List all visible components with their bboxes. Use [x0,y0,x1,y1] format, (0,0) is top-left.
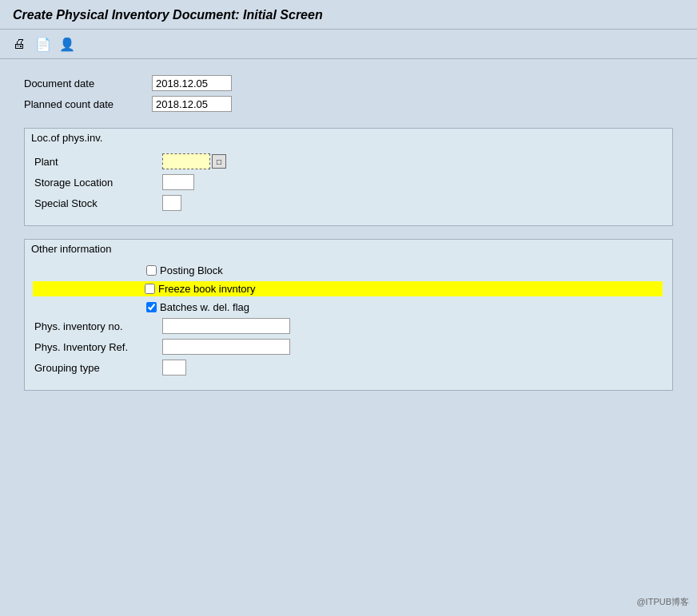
loc-section-title: Loc.of phys.inv. [25,129,672,147]
phys-inv-no-row: Phys. inventory no. [34,318,663,334]
freeze-book-checkbox[interactable] [145,284,155,294]
plant-lookup-button[interactable]: □ [212,154,226,169]
special-stock-row: Special Stock [34,195,663,211]
batches-del-row: Batches w. del. flag [34,301,663,313]
special-stock-label: Special Stock [34,197,162,209]
batches-del-label: Batches w. del. flag [160,301,249,313]
title-bar: Create Physical Inventory Document: Init… [0,0,697,30]
plant-input[interactable] [162,153,210,169]
loc-section-body: Plant □ Storage Location Special Stock [25,147,672,225]
storage-location-label: Storage Location [34,177,162,189]
printer-icon[interactable]: 🖨 [10,34,29,54]
phys-inv-ref-row: Phys. Inventory Ref. [34,339,663,355]
watermark: @ITPUB博客 [636,596,689,608]
toolbar: 🖨 📄 👤 [0,30,697,59]
other-section-title: Other information [25,240,672,258]
posting-block-row: Posting Block [34,264,663,276]
phys-inv-no-label: Phys. inventory no. [34,320,162,332]
storage-location-input[interactable] [162,174,194,190]
freeze-book-label: Freeze book invntory [158,283,255,295]
freeze-book-row: Freeze book invntory [33,281,663,296]
other-section: Other information Posting Block Freeze b… [24,239,673,391]
phys-inv-no-input[interactable] [162,318,290,334]
plant-row: Plant □ [34,153,663,169]
grouping-type-label: Grouping type [34,362,162,374]
grouping-type-row: Grouping type [34,360,663,376]
document-date-row: Document date [24,75,673,91]
document-date-input[interactable] [152,75,232,91]
planned-count-date-label: Planned count date [24,98,152,110]
page-title: Create Physical Inventory Document: Init… [13,8,684,22]
planned-count-date-input[interactable] [152,96,232,112]
loc-section: Loc.of phys.inv. Plant □ Storage Locatio… [24,128,673,226]
special-stock-input[interactable] [162,195,181,211]
plant-label: Plant [34,156,162,168]
phys-inv-ref-label: Phys. Inventory Ref. [34,341,162,353]
batches-del-checkbox[interactable] [146,302,157,312]
new-doc-icon[interactable]: 📄 [34,34,53,54]
phys-inv-ref-input[interactable] [162,339,290,355]
grouping-type-input[interactable] [162,360,186,376]
posting-block-label: Posting Block [160,264,223,276]
planned-count-date-row: Planned count date [24,96,673,112]
date-section: Document date Planned count date [24,75,673,112]
document-date-label: Document date [24,77,152,89]
storage-location-row: Storage Location [34,174,663,190]
person-icon[interactable]: 👤 [58,34,77,54]
other-section-body: Posting Block Freeze book invntory Batch… [25,258,672,390]
posting-block-checkbox[interactable] [146,265,157,276]
main-content: Document date Planned count date Loc.of … [0,59,697,419]
